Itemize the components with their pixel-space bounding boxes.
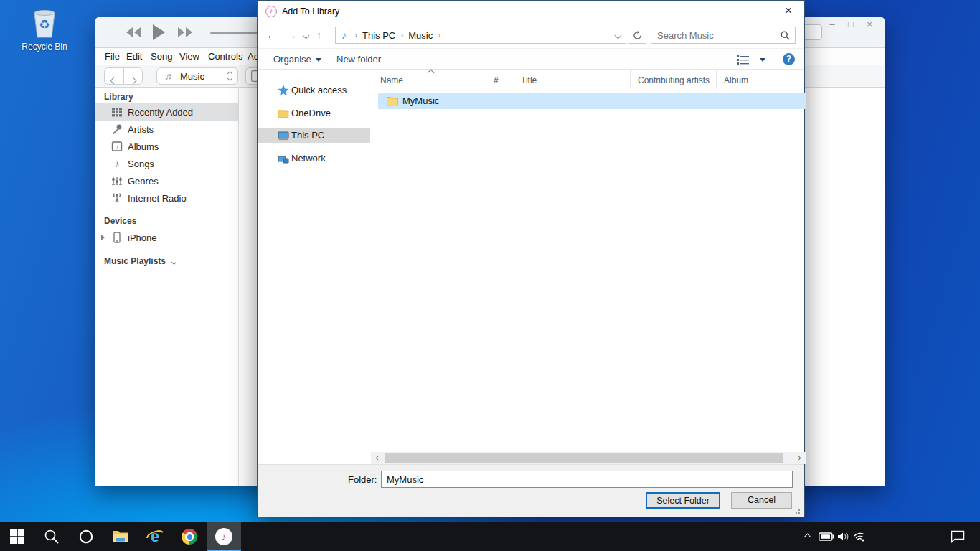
sidebar-item-recently-added[interactable]: Recently Added <box>95 103 238 121</box>
refresh-button[interactable] <box>628 27 646 44</box>
breadcrumb-chevron-icon[interactable]: › <box>438 30 440 40</box>
details-view-icon <box>737 55 750 65</box>
music-note-icon: ♪ <box>111 158 123 169</box>
nav-item-label: This PC <box>291 130 324 141</box>
album-icon: ♪ <box>111 141 123 152</box>
expand-arrow-icon[interactable] <box>101 235 105 240</box>
nav-item-quick-access[interactable]: Quick access <box>258 83 370 98</box>
grid-icon <box>111 106 123 118</box>
search-input[interactable] <box>657 28 772 42</box>
star-icon <box>278 85 289 96</box>
breadcrumb-chevron-icon[interactable]: › <box>400 30 403 40</box>
file-row-mymusic[interactable]: MyMusic <box>378 93 806 109</box>
start-icon <box>10 529 24 544</box>
column-header-album[interactable]: Album <box>717 70 806 88</box>
play-icon[interactable] <box>151 24 166 41</box>
svg-text:♪: ♪ <box>116 144 118 151</box>
view-mode-dropdown-icon[interactable] <box>760 58 765 62</box>
nav-item-onedrive[interactable]: OneDrive <box>258 105 370 121</box>
scroll-right-icon[interactable]: › <box>793 452 806 464</box>
volume-icon <box>837 532 850 542</box>
help-icon[interactable]: ? <box>783 53 795 65</box>
sidebar-item-iphone[interactable]: iPhone <box>95 229 238 246</box>
sidebar-item-albums[interactable]: ♪ Albums <box>95 138 238 155</box>
column-header-name[interactable]: Name <box>371 70 486 88</box>
resize-grip[interactable] <box>796 508 801 514</box>
address-bar[interactable]: ♪ › This PC › Music › <box>335 27 626 44</box>
menu-song[interactable]: Song <box>151 51 172 62</box>
menu-file[interactable]: File <box>105 51 120 62</box>
maximize-icon[interactable]: □ <box>842 19 860 29</box>
fast-forward-icon[interactable] <box>177 26 193 39</box>
rewind-icon[interactable] <box>126 26 141 39</box>
folder-icon <box>278 108 289 119</box>
tray-expand-button[interactable] <box>798 522 816 551</box>
file-list: Name # Title Contributing artists Album … <box>371 70 806 464</box>
nav-item-label: Quick access <box>291 85 347 95</box>
close-icon[interactable]: × <box>773 1 804 22</box>
taskbar-search-button[interactable] <box>34 522 69 551</box>
cortana-button[interactable] <box>69 522 103 551</box>
sidebar-item-songs[interactable]: ♪ Songs <box>95 155 238 172</box>
sidebar-item-label: Albums <box>128 141 159 152</box>
column-header-number[interactable]: # <box>486 70 512 88</box>
up-arrow-icon[interactable]: ↑ <box>316 29 322 41</box>
view-mode-button[interactable] <box>737 55 750 67</box>
itunes-back-button[interactable] <box>104 67 123 85</box>
menu-controls[interactable]: Controls <box>208 51 242 62</box>
sidebar-item-artists[interactable]: Artists <box>95 121 238 138</box>
menu-view[interactable]: View <box>179 51 199 62</box>
itunes-taskbar-button[interactable]: ♪ <box>207 522 241 551</box>
breadcrumb-music[interactable]: Music <box>408 30 433 41</box>
battery-status[interactable] <box>816 522 837 551</box>
dialog-footer: Folder: Select Folder Cancel <box>258 464 804 517</box>
file-explorer-button[interactable] <box>103 522 138 551</box>
folder-name-input[interactable] <box>381 471 793 488</box>
sidebar-item-internet-radio[interactable]: Internet Radio <box>95 189 238 207</box>
search-box[interactable] <box>651 27 796 44</box>
nav-item-label: OneDrive <box>291 108 331 118</box>
iphone-icon <box>111 232 123 243</box>
playlists-header[interactable]: Music Playlists <box>104 256 176 266</box>
recent-locations-icon[interactable] <box>303 32 310 39</box>
recycle-bin-shortcut[interactable]: ♻ Recycle Bin <box>16 7 73 52</box>
genres-icon <box>111 175 123 187</box>
chrome-button[interactable] <box>172 522 207 551</box>
breadcrumb-this-pc[interactable]: This PC <box>362 30 395 41</box>
horizontal-scrollbar[interactable]: ‹ › <box>371 452 806 464</box>
scrollbar-thumb[interactable] <box>385 453 783 463</box>
menu-edit[interactable]: Edit <box>126 51 142 62</box>
network-status[interactable] <box>851 522 870 551</box>
cancel-button[interactable]: Cancel <box>731 492 792 509</box>
chevron-down-icon <box>316 58 321 62</box>
address-dropdown-icon[interactable] <box>615 32 622 39</box>
forward-arrow-icon[interactable]: → <box>286 29 297 41</box>
column-header-title[interactable]: Title <box>512 70 631 88</box>
close-icon[interactable]: × <box>860 19 879 29</box>
back-arrow-icon[interactable]: ← <box>266 29 277 41</box>
sidebar-item-label: Artists <box>128 124 154 135</box>
recycle-bin-label: Recycle Bin <box>16 42 73 52</box>
scroll-left-icon[interactable]: ‹ <box>371 452 383 464</box>
nav-item-label: Network <box>291 153 326 164</box>
select-folder-button[interactable]: Select Folder <box>646 492 720 509</box>
sidebar-item-genres[interactable]: Genres <box>95 172 238 189</box>
folder-icon <box>387 96 398 106</box>
nav-item-this-pc[interactable]: This PC <box>258 128 370 143</box>
sidebar-item-label: Genres <box>128 176 159 187</box>
search-icon[interactable] <box>781 31 790 40</box>
organise-menu-button[interactable]: Organise <box>273 54 321 65</box>
internet-explorer-icon: e <box>146 527 164 546</box>
itunes-forward-button[interactable] <box>123 67 143 85</box>
internet-explorer-button[interactable]: e <box>138 522 172 551</box>
breadcrumb-chevron-icon[interactable]: › <box>354 30 357 40</box>
itunes-library-picker[interactable]: ♬ Music <box>156 67 238 85</box>
minimize-icon[interactable]: – <box>823 19 842 29</box>
start-button[interactable] <box>0 522 34 551</box>
column-header-contributing-artists[interactable]: Contributing artists <box>631 70 717 88</box>
nav-item-network[interactable]: Network <box>258 151 370 166</box>
new-folder-button[interactable]: New folder <box>336 54 381 65</box>
action-center-button[interactable] <box>946 522 970 551</box>
chevron-down-icon <box>171 260 176 265</box>
itunes-app-icon: ♪ <box>265 6 277 17</box>
